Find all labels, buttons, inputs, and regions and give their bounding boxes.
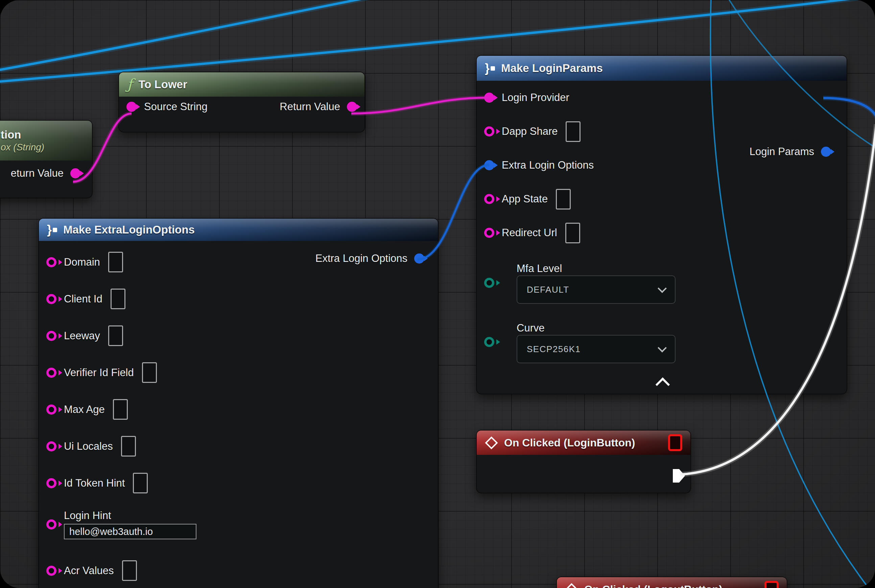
pin-row-client-id: Client Id	[39, 280, 438, 317]
client-id-label: Client Id	[64, 293, 102, 305]
login-provider-pin[interactable]	[484, 93, 494, 103]
redirect-url-pin[interactable]	[484, 228, 494, 238]
wire-return-to-login-provider[interactable]	[351, 98, 489, 114]
dapp-share-checkbox[interactable]	[566, 122, 580, 142]
extra-login-options-output-label: Extra Login Options	[316, 252, 407, 265]
login-hint-label: Login Hint	[64, 510, 197, 522]
node-to-lower[interactable]: ƒ To Lower Source String Return Value	[118, 72, 365, 132]
pin-row-acr-values: Acr Values	[39, 552, 438, 588]
delegate-bind-icon	[668, 434, 682, 451]
max-age-label: Max Age	[64, 404, 105, 416]
on-clicked-logout-header[interactable]: On Clicked (LogoutButton)	[557, 577, 787, 588]
pin-row-max-age: Max Age	[39, 391, 438, 428]
max-age-checkbox[interactable]	[113, 399, 128, 420]
curve-dropdown[interactable]: SECP256K1	[517, 335, 675, 363]
domain-checkbox[interactable]	[108, 252, 123, 272]
verifier-id-field-pin[interactable]	[46, 368, 56, 378]
node-partial-function[interactable]: tion ox (String) eturn Value	[0, 120, 93, 198]
pin-row-ui-locales: Ui Locales	[39, 428, 438, 465]
curve-label: Curve	[517, 322, 545, 334]
mfa-level-pin[interactable]	[484, 278, 494, 288]
login-hint-group: Login Hint	[64, 510, 197, 539]
partial-output-row: eturn Value	[11, 167, 80, 180]
pin-row-redirect-url: Redirect Url	[477, 216, 846, 250]
dapp-share-pin[interactable]	[484, 126, 494, 136]
on-clicked-login-header[interactable]: On Clicked (LoginButton)	[477, 430, 690, 455]
blueprint-graph-canvas[interactable]: tion ox (String) eturn Value ƒ To Lower …	[0, 0, 875, 588]
mfa-level-label: Mfa Level	[517, 262, 562, 275]
return-value-pin[interactable]	[347, 102, 357, 112]
pin-row-app-state: App State	[477, 182, 846, 216]
id-token-hint-checkbox[interactable]	[133, 473, 148, 494]
acr-values-pin[interactable]	[46, 566, 56, 576]
domain-label: Domain	[64, 256, 100, 268]
domain-pin[interactable]	[46, 257, 56, 267]
max-age-pin[interactable]	[46, 405, 56, 415]
make-struct-icon: }	[485, 62, 495, 74]
pin-row-id-token-hint: Id Token Hint	[39, 465, 438, 501]
leeway-pin[interactable]	[46, 331, 56, 341]
verifier-id-field-label: Verifier Id Field	[64, 367, 134, 379]
leeway-checkbox[interactable]	[108, 326, 123, 346]
pin-row-login-hint: Login Hint	[39, 501, 438, 548]
source-string-label: Source String	[144, 101, 207, 113]
on-clicked-login-title: On Clicked (LoginButton)	[504, 436, 635, 449]
delegate-bind-icon	[764, 581, 779, 588]
app-state-label: App State	[502, 193, 548, 205]
source-string-row: Source String	[126, 101, 207, 113]
mfa-level-dropdown[interactable]: DEFAULT	[517, 275, 675, 304]
node-on-clicked-logoutbutton[interactable]: On Clicked (LogoutButton)	[556, 576, 788, 588]
to-lower-title: To Lower	[138, 78, 187, 91]
wire-return-to-login-provider[interactable]	[351, 98, 489, 114]
acr-values-label: Acr Values	[64, 565, 114, 577]
redirect-url-checkbox[interactable]	[565, 223, 580, 243]
ui-locales-pin[interactable]	[46, 441, 56, 452]
login-params-output-label: Login Params	[750, 146, 814, 158]
login-provider-label: Login Provider	[502, 92, 569, 104]
login-hint-pin[interactable]	[46, 519, 56, 530]
source-string-pin[interactable]	[126, 102, 137, 112]
login-params-output-row: Login Params	[750, 146, 831, 158]
struct-brace: }	[485, 62, 490, 74]
event-diamond-icon	[565, 583, 578, 588]
struct-brace: }	[47, 224, 52, 236]
partial-return-value-pin[interactable]	[70, 168, 80, 178]
client-id-pin[interactable]	[46, 294, 56, 304]
extra-login-options-input-pin[interactable]	[484, 160, 494, 170]
wire-blue-top-left[interactable]	[0, 0, 369, 70]
curve-pin[interactable]	[484, 337, 494, 347]
pin-row-verifier-id-field: Verifier Id Field	[39, 354, 438, 391]
make-loginparams-title: Make LoginParams	[501, 62, 603, 75]
redirect-url-label: Redirect Url	[502, 227, 557, 239]
make-extraloginoptions-header[interactable]: } Make ExtraLoginOptions	[39, 219, 438, 241]
app-state-checkbox[interactable]	[556, 189, 571, 210]
node-make-loginparams[interactable]: } Make LoginParams Login Params Login Pr…	[476, 55, 847, 394]
partial-output-label: eturn Value	[11, 167, 63, 180]
app-state-pin[interactable]	[484, 194, 494, 204]
client-id-checkbox[interactable]	[111, 289, 125, 309]
return-value-row: Return Value	[272, 101, 357, 113]
make-loginparams-header[interactable]: } Make LoginParams	[477, 56, 846, 81]
event-diamond-icon	[485, 436, 498, 449]
acr-values-checkbox[interactable]	[122, 560, 137, 581]
login-params-output-pin[interactable]	[821, 147, 831, 157]
login-hint-input[interactable]	[64, 524, 197, 539]
function-f-icon: ƒ	[127, 77, 132, 92]
id-token-hint-pin[interactable]	[46, 478, 56, 488]
to-lower-body: Source String Return Value	[119, 101, 364, 113]
node-on-clicked-loginbutton[interactable]: On Clicked (LoginButton)	[476, 430, 691, 494]
collapse-node-chevron-up-icon[interactable]	[655, 378, 670, 392]
chevron-down-icon	[658, 284, 667, 293]
node-partial-header[interactable]: tion ox (String)	[0, 121, 92, 160]
wire-blue-top-left[interactable]	[0, 0, 369, 70]
node-partial-title: tion	[1, 128, 21, 141]
exec-output-pin[interactable]	[673, 469, 685, 483]
ui-locales-checkbox[interactable]	[121, 436, 136, 456]
extra-login-options-input-label: Extra Login Options	[502, 159, 594, 171]
chevron-down-icon	[658, 344, 667, 352]
node-make-extraloginoptions[interactable]: } Make ExtraLoginOptions Extra Login Opt…	[38, 218, 439, 588]
to-lower-header[interactable]: ƒ To Lower	[119, 72, 364, 97]
leeway-label: Leeway	[64, 330, 100, 342]
extra-login-options-output-pin[interactable]	[414, 254, 424, 264]
verifier-id-field-checkbox[interactable]	[142, 362, 157, 383]
